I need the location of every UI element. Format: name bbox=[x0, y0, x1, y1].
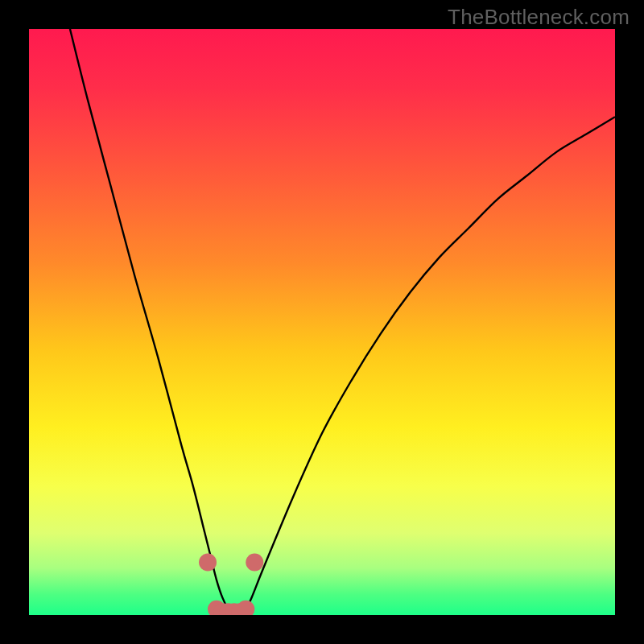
plot-svg bbox=[29, 29, 615, 615]
gradient-background bbox=[29, 29, 615, 615]
plot-area bbox=[29, 29, 615, 615]
chart-frame: TheBottleneck.com bbox=[0, 0, 644, 644]
highlight-dot bbox=[246, 553, 263, 571]
watermark-text: TheBottleneck.com bbox=[448, 5, 630, 30]
highlight-dot bbox=[199, 553, 217, 571]
